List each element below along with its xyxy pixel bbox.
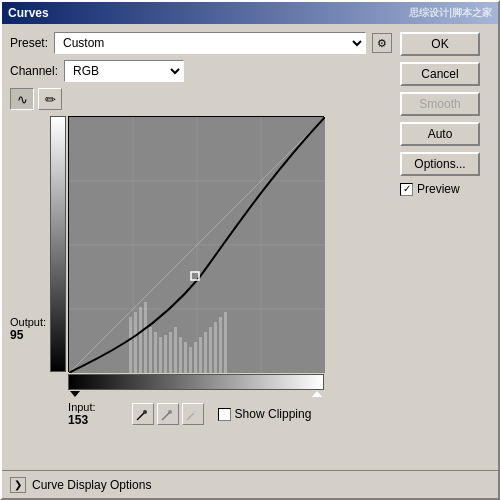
options-button[interactable]: Options...: [400, 152, 480, 176]
preset-row: Preset: CustomDefaultLinear ContrastMedi…: [10, 32, 392, 54]
auto-button[interactable]: Auto: [400, 122, 480, 146]
show-clipping-label: Show Clipping: [235, 407, 312, 421]
output-label: Output: 95: [10, 316, 46, 342]
svg-rect-18: [179, 337, 182, 373]
svg-rect-9: [134, 312, 137, 373]
preview-checkbox[interactable]: [400, 183, 413, 196]
curve-display-options-label: Curve Display Options: [32, 478, 151, 492]
curve-area: Output: 95: [10, 116, 392, 427]
svg-rect-17: [174, 327, 177, 373]
svg-rect-22: [199, 337, 202, 373]
svg-rect-25: [214, 322, 217, 373]
svg-rect-13: [154, 332, 157, 373]
curve-main: Input: 153: [50, 116, 324, 427]
vertical-gradient-bar: [50, 116, 66, 372]
bottom-panel: ❯ Curve Display Options: [2, 470, 498, 498]
svg-rect-16: [169, 332, 172, 373]
curve-svg: [69, 117, 325, 373]
ok-label: OK: [431, 37, 448, 51]
curve-with-vbar: [50, 116, 324, 372]
svg-rect-23: [204, 332, 207, 373]
preset-label: Preset:: [10, 36, 48, 50]
title-bar: Curves 思综设计|脚本之家: [2, 2, 498, 24]
svg-rect-21: [194, 342, 197, 373]
input-value: 153: [68, 413, 96, 427]
svg-point-30: [143, 410, 147, 414]
show-clipping-section: Show Clipping: [218, 407, 312, 421]
channel-select[interactable]: RGBRedGreenBlue: [64, 60, 184, 82]
preset-settings-icon[interactable]: ⚙: [372, 33, 392, 53]
cancel-label: Cancel: [421, 67, 458, 81]
smooth-button[interactable]: Smooth: [400, 92, 480, 116]
svg-line-31: [137, 418, 139, 420]
svg-line-37: [187, 418, 189, 420]
svg-rect-11: [144, 302, 147, 373]
preview-label: Preview: [417, 182, 460, 196]
svg-rect-19: [184, 342, 187, 373]
curves-dialog: Curves 思综设计|脚本之家 Preset: CustomDefaultLi…: [0, 0, 500, 500]
slider-row: [68, 391, 324, 397]
svg-point-33: [168, 410, 172, 414]
input-label-text: Input:: [68, 401, 96, 413]
ok-button[interactable]: OK: [400, 32, 480, 56]
right-panel: OK Cancel Smooth Auto Options... Preview: [400, 32, 490, 462]
curve-tool-icon: ∿: [17, 92, 28, 107]
svg-point-36: [193, 410, 197, 414]
pencil-tool-button[interactable]: ✏: [38, 88, 62, 110]
output-value: 95: [10, 328, 46, 342]
title-bar-logo: 思综设计|脚本之家: [409, 6, 492, 20]
svg-rect-24: [209, 327, 212, 373]
pencil-tool-icon: ✏: [45, 92, 56, 107]
black-eyedropper-icon: [136, 407, 150, 421]
expand-icon: ❯: [14, 479, 22, 490]
svg-rect-15: [164, 335, 167, 373]
svg-rect-12: [149, 327, 152, 373]
white-eyedropper-icon: [186, 407, 200, 421]
expand-button[interactable]: ❯: [10, 477, 26, 493]
gray-eyedropper-button[interactable]: [157, 403, 179, 425]
tools-row: ∿ ✏: [10, 88, 392, 110]
white-point-slider[interactable]: [312, 391, 322, 397]
gray-eyedropper-icon: [161, 407, 175, 421]
svg-rect-14: [159, 337, 162, 373]
curve-tool-button[interactable]: ∿: [10, 88, 34, 110]
svg-rect-8: [129, 317, 132, 373]
output-text: Output:: [10, 316, 46, 328]
window-content: Preset: CustomDefaultLinear ContrastMedi…: [2, 24, 498, 470]
preview-row: Preview: [400, 182, 490, 196]
svg-rect-20: [189, 347, 192, 373]
input-section: Input: 153: [68, 401, 311, 427]
svg-line-34: [162, 418, 164, 420]
preset-select[interactable]: CustomDefaultLinear ContrastMedium Contr…: [54, 32, 366, 54]
curve-left-panel: Output: 95: [10, 116, 46, 342]
eyedropper-group: [132, 403, 204, 425]
show-clipping-checkbox[interactable]: [218, 408, 231, 421]
curve-canvas-container[interactable]: [68, 116, 324, 372]
white-eyedropper-button[interactable]: [182, 403, 204, 425]
hbar-row: [68, 372, 324, 390]
channel-label: Channel:: [10, 64, 58, 78]
title-bar-text: Curves: [8, 6, 49, 20]
horizontal-gradient-bar: [68, 374, 324, 390]
black-point-slider[interactable]: [70, 391, 80, 397]
black-eyedropper-button[interactable]: [132, 403, 154, 425]
svg-rect-26: [219, 317, 222, 373]
left-panel: Preset: CustomDefaultLinear ContrastMedi…: [10, 32, 392, 462]
cancel-button[interactable]: Cancel: [400, 62, 480, 86]
input-label: Input: 153: [68, 401, 96, 427]
options-label: Options...: [414, 157, 465, 171]
svg-rect-10: [139, 307, 142, 373]
smooth-label: Smooth: [419, 97, 460, 111]
auto-label: Auto: [428, 127, 453, 141]
svg-rect-27: [224, 312, 227, 373]
channel-row: Channel: RGBRedGreenBlue: [10, 60, 392, 82]
